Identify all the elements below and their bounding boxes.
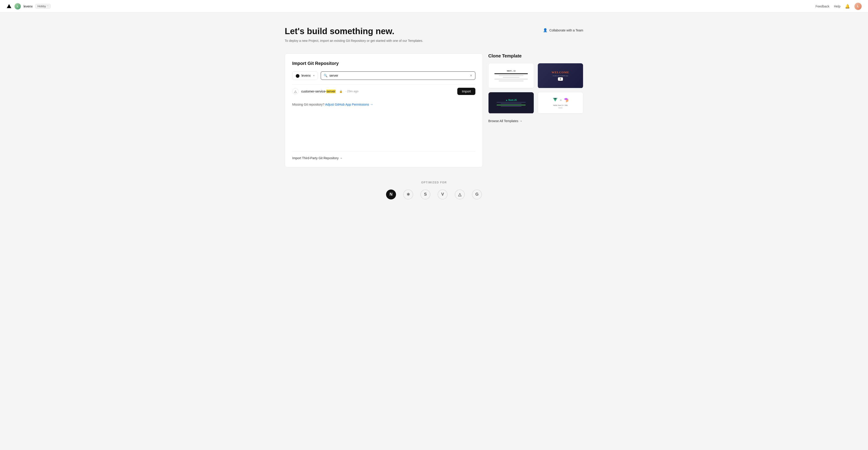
- template-label-vite: V Vite: [538, 114, 583, 114]
- template-preview-nuxt: ▲ Nuxt.JS: [489, 92, 534, 114]
- template-item-nextjs[interactable]: NEXT... 13 N Next.js: [488, 63, 534, 89]
- optimized-nextjs-icon: N: [386, 190, 396, 199]
- repo-name-highlight: server: [327, 90, 336, 93]
- missing-git-section: Missing Git repository? Adjust GitHub Ap…: [292, 103, 475, 106]
- missing-git-text: Missing Git repository?: [292, 103, 324, 106]
- vite-preview-title: Hello Vue 3 + Vite: [553, 104, 568, 106]
- page-header-left: Let's build something new. To deploy a n…: [285, 26, 423, 42]
- preview-bar: [503, 77, 520, 78]
- template-preview-vite: + Hello Vue 3 + Vite ●●●●●: [538, 92, 583, 114]
- collaborate-button[interactable]: 👤 Collaborate with a Team: [543, 26, 583, 34]
- clear-input-icon[interactable]: ✕: [470, 74, 472, 77]
- main-content: Let's build something new. To deploy a n…: [276, 13, 592, 218]
- nav-username: levenx: [24, 4, 33, 8]
- search-box: 🔍 ✕: [321, 71, 475, 80]
- template-label-sveltekit: S SvelteKit (v1): [538, 88, 583, 89]
- optimized-nuxt-icon: △: [455, 190, 465, 199]
- plus-icon: +: [560, 98, 562, 102]
- account-selector[interactable]: ⬤ levenx ▾: [292, 71, 318, 80]
- feedback-link[interactable]: Feedback: [815, 4, 829, 8]
- nav-avatar: L: [14, 3, 21, 9]
- template-preview-sveltekit: WELCOME to your new SvelteKit app 0: [538, 63, 583, 88]
- repo-controls: ⬤ levenx ▾ 🔍 ✕: [292, 71, 475, 80]
- template-item-sveltekit[interactable]: WELCOME to your new SvelteKit app 0 S Sv…: [537, 63, 583, 89]
- nav-plan-label: Hobby: [37, 4, 46, 8]
- template-item-nuxtjs[interactable]: ▲ Nuxt.JS N Nuxt.js: [488, 92, 534, 114]
- account-name: levenx: [302, 74, 311, 77]
- template-label-nuxt: N Nuxt.js: [489, 114, 534, 114]
- optimized-logos: N ⚛ S V △ G: [285, 190, 583, 199]
- content-row: Import Git Repository ⬤ levenx ▾ 🔍 ✕: [285, 53, 583, 167]
- repo-type-icon: △: [292, 88, 299, 95]
- adjust-permissions-link[interactable]: Adjust GitHub App Permissions →: [325, 103, 373, 106]
- navbar: L levenx Hobby ⌃ Feedback Help 🔔 L: [0, 0, 868, 13]
- optimized-svelte-icon: S: [421, 190, 430, 199]
- nuxt-logo-row: ▲ Nuxt.JS: [505, 99, 517, 101]
- repo-time: · 23m ago: [345, 90, 359, 93]
- page-header: Let's build something new. To deploy a n…: [285, 26, 583, 42]
- preview-bar: [494, 73, 528, 74]
- clone-template-card: Clone Template NEXT... 13 N Next.js: [488, 53, 583, 123]
- sveltekit-sub: to your new SvelteKit app: [553, 75, 568, 76]
- navbar-right: Feedback Help 🔔 L: [815, 3, 862, 10]
- nuxt-preview-bar: [501, 103, 522, 104]
- import-button[interactable]: Import: [457, 88, 475, 95]
- vercel-logo-icon[interactable]: [6, 4, 12, 9]
- template-item-vite[interactable]: + Hello Vue 3 + Vite ●●●●● V Vite: [537, 92, 583, 114]
- nuxt-preview-bar: [497, 105, 526, 105]
- page-subtitle: To deploy a new Project, import an exist…: [285, 39, 423, 42]
- optimized-label: OPTIMIZED FOR: [285, 181, 583, 184]
- collaborate-label: Collaborate with a Team: [549, 29, 583, 32]
- preview-bar: [494, 79, 528, 79]
- github-icon: ⬤: [296, 73, 300, 78]
- optimized-vue-icon: V: [438, 190, 447, 199]
- vite-logo-icon: [563, 97, 569, 103]
- preview-bar: [499, 75, 524, 76]
- nextjs-preview-label: NEXT... 13: [507, 70, 516, 72]
- vite-logos: +: [552, 97, 568, 103]
- sveltekit-welcome-text: WELCOME: [552, 70, 569, 74]
- search-icon: 🔍: [323, 74, 328, 77]
- sveltekit-counter: 0: [558, 77, 563, 81]
- template-grid: NEXT... 13 N Next.js WELCOM: [488, 63, 583, 114]
- chevron-down-icon: ▾: [313, 74, 315, 77]
- template-label-nextjs: N Next.js: [489, 88, 534, 89]
- chevron-icon: ⌃: [47, 5, 49, 7]
- page-title: Let's build something new.: [285, 26, 423, 37]
- notification-bell-icon[interactable]: 🔔: [845, 4, 850, 9]
- nuxt-logo-text: ▲ Nuxt.JS: [505, 99, 517, 101]
- collaborate-icon: 👤: [543, 28, 548, 32]
- nav-plan-badge[interactable]: Hobby ⌃: [35, 4, 51, 9]
- search-input[interactable]: [329, 74, 468, 77]
- import-third-party-link[interactable]: Import Third-Party Git Repository →: [292, 152, 475, 160]
- preview-bar: [499, 81, 524, 82]
- navbar-left: L levenx Hobby ⌃: [6, 3, 51, 9]
- repo-lock-icon: 🔒: [339, 90, 343, 93]
- nuxt-preview-bar: [501, 106, 522, 107]
- repo-item-left: △ customer-service-server 🔒 · 23m ago: [292, 88, 359, 95]
- nuxt-preview-bar: [497, 102, 526, 103]
- optimized-gatsby-icon: G: [472, 190, 482, 199]
- vue-logo-icon: [552, 97, 558, 103]
- browse-templates-link[interactable]: Browse All Templates →: [488, 119, 522, 123]
- repo-name: customer-service-server: [301, 90, 336, 93]
- vite-preview-sub: ●●●●●: [558, 107, 562, 108]
- import-card-title: Import Git Repository: [292, 61, 475, 66]
- optimized-react-icon: ⚛: [403, 190, 413, 199]
- user-avatar[interactable]: L: [855, 3, 862, 10]
- import-git-card: Import Git Repository ⬤ levenx ▾ 🔍 ✕: [285, 53, 483, 167]
- template-card-title: Clone Template: [488, 53, 583, 59]
- help-link[interactable]: Help: [834, 4, 840, 8]
- template-preview-nextjs: NEXT... 13: [489, 63, 534, 88]
- repo-item: △ customer-service-server 🔒 · 23m ago Im…: [292, 84, 475, 98]
- optimized-section: OPTIMIZED FOR N ⚛ S V △ G: [285, 181, 583, 208]
